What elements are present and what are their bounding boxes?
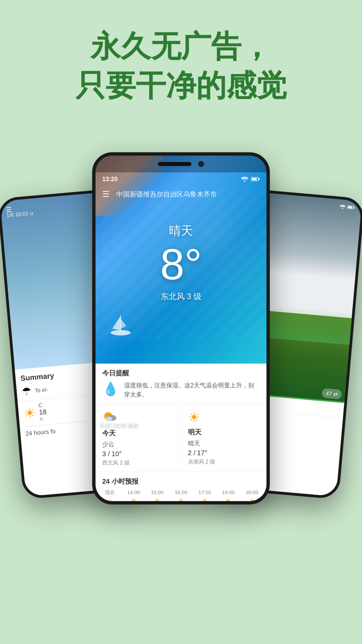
publish-time: 5-22 13:20 发布: [101, 422, 138, 429]
umbrella-icon: ☂: [21, 385, 32, 398]
camera: [198, 161, 204, 167]
weather-wind: 东北风 3 级: [96, 291, 266, 302]
speaker: [158, 162, 191, 166]
sun-icon-left: ☀: [23, 405, 37, 421]
sailboat-illustration: [106, 309, 136, 340]
phone-center: 13:20 ☰: [92, 152, 270, 504]
weather-condition: 晴天: [96, 223, 266, 239]
weather-main: 晴天 8° 东北风 3 级: [96, 223, 266, 302]
right-battery-icon: [347, 205, 355, 210]
summary-text-1: To el-: [35, 387, 48, 394]
menu-icon[interactable]: ☰: [102, 190, 110, 199]
headline-line1: 永久无广告，: [90, 30, 272, 63]
pm25-badge[interactable]: PM2.5：40 ⇄: [219, 420, 262, 431]
status-bar: 13:20: [96, 172, 266, 186]
headline: 永久无广告， 只要干净的感觉: [0, 27, 362, 105]
svg-rect-14: [348, 206, 352, 208]
svg-marker-3: [121, 319, 126, 329]
app-header: ☰ 中国新疆维吾尔自治区乌鲁木齐市: [96, 186, 266, 203]
weather-temperature: 8°: [96, 243, 266, 286]
right-wifi-icon: [340, 204, 346, 209]
right-pm25-badge: 47 ⇄: [321, 388, 342, 399]
svg-point-4: [244, 180, 245, 182]
status-time: 13:20: [102, 176, 118, 183]
svg-point-11: [342, 208, 343, 209]
header-section: 永久无广告， 只要干净的感觉: [0, 0, 362, 119]
phones-container: ☰ 1/6 10:01 u Summary ☂ To el- ☀ C: [0, 125, 362, 612]
svg-rect-7: [252, 178, 257, 180]
status-icons: [241, 176, 260, 182]
svg-rect-13: [354, 207, 355, 208]
battery-icon: [251, 177, 260, 181]
phone-hardware-top: [96, 156, 266, 172]
svg-marker-2: [112, 316, 121, 330]
location-text: 中国新疆维吾尔自治区乌鲁木齐市: [116, 190, 217, 199]
weather-footer: 5-22 13:20 发布 PM2.5：40 ⇄: [96, 350, 266, 501]
headline-line2: 只要干净的感觉: [75, 69, 287, 102]
phone-center-screen: 13:20 ☰: [96, 156, 266, 501]
wifi-icon: [241, 176, 248, 182]
svg-rect-6: [259, 178, 260, 180]
